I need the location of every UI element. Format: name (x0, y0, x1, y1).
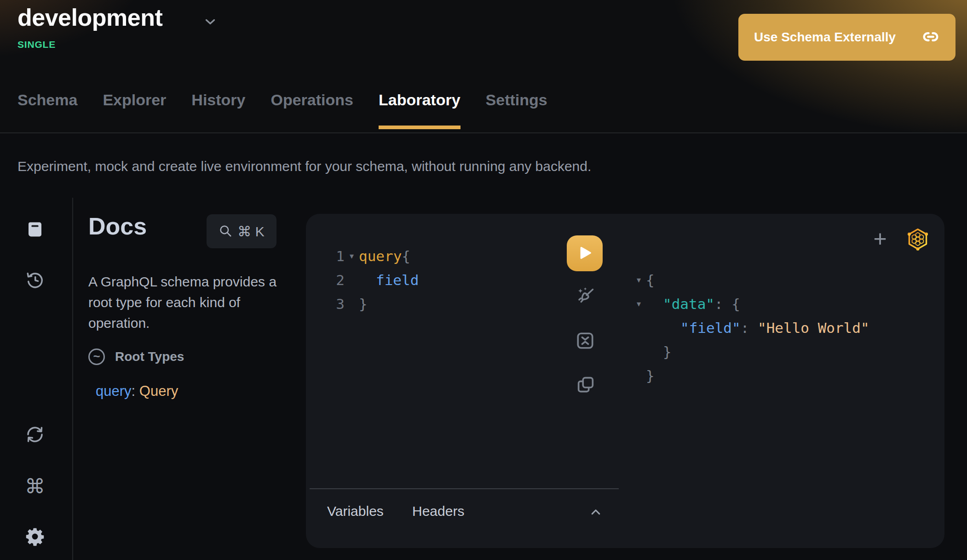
use-schema-externally-label: Use Schema Externally (754, 30, 896, 45)
environment-badge: SINGLE (17, 39, 56, 50)
tab-settings[interactable]: Settings (486, 91, 547, 129)
hive-logo-icon (905, 246, 930, 253)
root-type-value: Query (139, 383, 178, 399)
root-type-query-link[interactable]: query: Query (96, 383, 178, 400)
query-field: field (376, 272, 419, 288)
keyboard-shortcuts-button[interactable]: ⌘ (22, 474, 48, 499)
copy-icon (575, 374, 596, 397)
page-description: Experiment, mock and create live environ… (17, 159, 591, 174)
docs-sidebar-button[interactable] (22, 217, 48, 243)
tab-laboratory[interactable]: Laboratory (379, 91, 460, 129)
header: development SINGLE Use Schema Externally… (0, 0, 967, 133)
docs-intro-text: A GraphQL schema provides a root type fo… (88, 271, 287, 333)
fold-toggle-icon[interactable]: ▾ (345, 251, 359, 261)
hive-logo-button[interactable] (905, 227, 930, 251)
fold-toggle-icon[interactable]: ▾ (632, 275, 646, 285)
headers-tab[interactable]: Headers (412, 503, 464, 519)
query-line: 2 field (334, 268, 419, 292)
root-types-section: ~ Root Types (88, 349, 184, 365)
line-number: 2 (334, 272, 345, 288)
gear-icon (25, 526, 45, 548)
prettify-broom-icon (575, 286, 596, 309)
docs-title: Docs (88, 212, 147, 240)
page-title: development (17, 4, 162, 31)
copy-query-button[interactable] (575, 375, 596, 396)
variables-tab[interactable]: Variables (327, 503, 384, 519)
response-data-key: "data" (663, 296, 714, 312)
target-selector-chevron-down-icon[interactable] (202, 14, 218, 31)
response-field-key: "field" (680, 320, 741, 336)
response-line: } (632, 364, 869, 388)
tab-operations[interactable]: Operations (271, 91, 353, 129)
prettify-query-button[interactable] (575, 286, 596, 308)
editor-footer-divider (310, 488, 619, 489)
merge-icon (575, 330, 596, 353)
search-shortcut-label: ⌘ K (237, 223, 264, 240)
query-line: 1 ▾ query{ (334, 244, 419, 268)
sidebar-divider (72, 198, 73, 560)
collapse-footer-button[interactable] (586, 503, 606, 522)
fold-toggle-icon[interactable]: ▾ (632, 299, 646, 309)
main-nav: Schema Explorer History Operations Labor… (17, 91, 547, 129)
root-types-label: Root Types (115, 349, 184, 364)
query-keyword: query (359, 248, 402, 264)
history-sidebar-button[interactable] (22, 268, 48, 293)
response-field-value: "Hello World" (758, 320, 869, 336)
laboratory-page: development SINGLE Use Schema Externally… (0, 0, 967, 560)
settings-sidebar-button[interactable] (22, 524, 48, 550)
line-number: 3 (334, 296, 345, 312)
response-viewer: ▾ { ▾ "data": { "field": "Hello World" }… (632, 268, 869, 388)
response-line: ▾ { (632, 268, 869, 292)
tab-schema[interactable]: Schema (17, 91, 77, 129)
tab-explorer[interactable]: Explorer (103, 91, 166, 129)
link-icon (921, 28, 940, 47)
response-line: ▾ "data": { (632, 292, 869, 316)
tab-history[interactable]: History (191, 91, 245, 129)
search-icon (219, 224, 232, 239)
add-tab-button[interactable]: + (866, 224, 894, 253)
root-types-icon: ~ (88, 349, 105, 365)
use-schema-externally-button[interactable]: Use Schema Externally (738, 14, 955, 61)
chevron-up-icon (588, 504, 604, 521)
docs-book-icon (25, 220, 45, 240)
history-icon (25, 270, 45, 291)
refetch-schema-button[interactable] (22, 422, 48, 448)
docs-search-button[interactable]: ⌘ K (207, 214, 276, 248)
line-number: 1 (334, 248, 345, 264)
merge-fragments-button[interactable] (575, 331, 596, 352)
response-line: "field": "Hello World" (632, 316, 869, 340)
refresh-icon (25, 424, 45, 446)
root-type-name: query (96, 383, 132, 399)
query-editor[interactable]: 1 ▾ query{ 2 field 3 } (334, 244, 419, 316)
response-line: } (632, 340, 869, 364)
play-icon (576, 245, 593, 263)
query-line: 3 } (334, 292, 419, 316)
execute-query-button[interactable] (567, 235, 603, 271)
graphiql-panel: 1 ▾ query{ 2 field 3 } (306, 214, 944, 548)
root-type-separator: : (132, 383, 139, 399)
sidebar-rail: ⌘ (0, 198, 72, 560)
command-icon: ⌘ (25, 476, 45, 497)
